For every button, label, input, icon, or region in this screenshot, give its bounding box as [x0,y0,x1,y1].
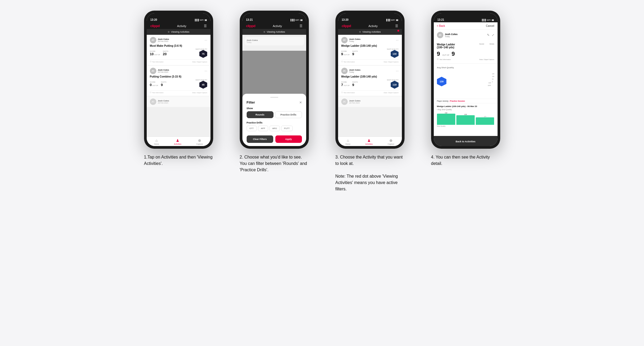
step-4-desc: 4. You can then see the Activity detail. [431,154,500,167]
sq-val-2: 45 [202,83,204,86]
back-btn-4[interactable]: < Back [437,24,445,27]
more-btn-1[interactable]: ··· [204,38,207,42]
menu-icon-3[interactable]: ☰ [395,24,398,28]
detail-bar-2 [456,115,475,125]
avatar-3a: JC [341,37,348,43]
sq-label-2: Shot Quality [196,79,207,81]
card-title-1: Must Make Putting (3-6 ft) [150,44,207,47]
sq-val-3a: 130 [393,53,397,55]
clear-filters-btn[interactable]: Clear Filters [247,135,273,143]
sq-val-1: 75 [202,53,204,55]
more-btn-3b[interactable]: ··· [396,69,398,73]
phone-content-1: JC Josh Coles 28 Feb 2023 ··· Must Make … [147,35,211,136]
detail-header-4: < Back Cancel [434,22,498,30]
sq-label-1: Shot Quality [196,48,207,50]
avatar-partial: JC [150,99,156,105]
user-name-1: Josh Coles [158,38,169,40]
more-btn-3a[interactable]: ··· [396,38,398,42]
capture-icon-1: ⊕ [198,138,201,143]
detail-user-name-4: Josh Coles [445,33,458,36]
edit-icon-4[interactable]: ✎ [487,33,490,37]
chip-app[interactable]: APP [258,126,268,131]
phone-4: 13:21 ▐▐▐ WiFi ▮▮ < Back Cancel [431,11,500,149]
step-3-col: 13:20 ▐▐▐ WiFi ▮▮ clippd Activity ☰ ⚙ [327,11,413,192]
sq-badge-3a: 130 [391,50,399,58]
status-icons-1: ▐▐▐ WiFi ▮▮ [194,19,207,21]
viewing-label-2: Viewing Activities [267,31,285,33]
phone-1-inner: 13:20 ▐▐▐ WiFi ▮▮ clippd Activity ☰ [147,13,211,146]
battery-icon-3: ▮▮ [396,19,398,21]
phone-4-notch [454,13,478,19]
activities-label-3: Activities [365,143,373,145]
phone-3-notch [358,13,382,19]
menu-icon-1[interactable]: ☰ [204,24,207,28]
chart-area-4: 130 130 [437,70,494,86]
more-btn-2[interactable]: ··· [204,69,207,73]
home-icon-3: ⌂ [347,138,349,143]
drill-title-4: Wedge Ladder(100–140 yds) [437,43,455,49]
bottom-nav-1: ⌂ Home ♟ Activities ⊕ Capture [147,136,211,146]
home-label-1: Home [154,143,159,145]
viewing-bar-1[interactable]: ⚙ Viewing Activities [147,29,211,35]
nav-activities-3[interactable]: ♟ Activities [365,138,373,145]
cancel-btn-4[interactable]: Cancel [486,24,494,27]
chip-arg[interactable]: ARG [270,126,280,131]
viewing-bar-3[interactable]: ⚙ Viewing Activities [338,29,402,35]
chip-putt[interactable]: PUTT [281,126,293,131]
avatar-1: JC [150,37,156,43]
nav-home-1[interactable]: ⌂ Home [154,138,159,145]
footer-right-3b: Data: Clippd Capture [384,92,398,93]
nav-capture-3[interactable]: ⊕ Capture [388,138,394,145]
y-label-0: 0 [492,81,494,83]
filter-close-btn[interactable]: ✕ [299,101,302,104]
footer-left-2: ⓘ Test Information [150,91,164,94]
phone-2-notch [262,13,286,19]
footer-left-3a: ⓘ Test Information [341,61,355,63]
practice-label-4: Player Activity › Practice Session [434,99,498,103]
step-1-col: 13:20 ▐▐▐ WiFi ▮▮ clippd Activity ☰ [136,11,221,167]
activity-card-3a[interactable]: JC Josh Coles Today ··· Wedge Ladder (10… [338,35,402,65]
nav-activities-1[interactable]: ♟ Activities [174,138,182,145]
activity-card-3b[interactable]: JC Josh Coles Today ··· Wedge Ladder (10… [338,66,402,96]
nav-capture-1[interactable]: ⊕ Capture [196,138,203,145]
menu-icon-2[interactable]: ☰ [300,24,302,28]
logo-3: clippd [342,24,351,28]
detail-score-num-4: 9 [437,50,440,57]
wifi-icon-2: WiFi [295,19,300,21]
phone-4-inner: 13:21 ▐▐▐ WiFi ▮▮ < Back Cancel [434,13,498,146]
status-time-1: 13:20 [150,18,157,21]
nav-home-3[interactable]: ⌂ Home [346,138,351,145]
viewing-label-1: Viewing Activities [171,31,190,33]
home-label-3: Home [346,143,351,145]
page-container: 13:20 ▐▐▐ WiFi ▮▮ clippd Activity ☰ [136,11,508,192]
status-time-4: 13:21 [437,18,444,21]
rounds-toggle[interactable]: Rounds [247,111,273,118]
filter-title: Filter [247,100,255,104]
home-icon-1: ⌂ [155,138,158,143]
sq-badge-3b: 118 [391,81,399,89]
out-of-text-4: OUT OF [442,54,449,56]
sq-badge-1: 75 [199,50,207,58]
step-2-col: 13:21 ▐▐▐ WiFi ▮▮ clippd Activity ☰ [232,11,317,173]
wifi-icon: WiFi [200,19,204,21]
apply-btn[interactable]: Apply [275,135,302,143]
activity-card-1[interactable]: JC Josh Coles 28 Feb 2023 ··· Must Make … [147,35,211,65]
back-to-activities-4[interactable]: Back to Activities [434,136,498,146]
activity-card-2[interactable]: JC Josh Coles 28 Feb 2023 ··· Putting Co… [147,66,211,96]
chip-ott[interactable]: OTT [247,126,257,131]
y-label-100: 100 [492,76,494,77]
viewing-bar-2[interactable]: ⚙ Viewing Activities [242,29,306,35]
bottom-nav-3: ⌂ Home ♟ Activities ⊕ Capture [338,136,402,146]
card-title-3b: Wedge Ladder (100-140 yds) [341,75,399,78]
detail-bar-chart-4: 132 129 - - - 124 - - - [437,112,494,125]
sq-label-3b: Shot Quality [387,79,399,81]
filter-toggle-row: Rounds Practice Drills [247,111,302,118]
detail-user-date-4: Today [445,36,458,37]
sq-val-3b: 118 [393,83,397,86]
partial-card-3: JC Josh Coles 28 Feb 2023 [338,96,402,107]
footer-right-1: Data: Clippd Capture [192,61,207,63]
footer-left-3b: ⓘ Test Information [341,91,355,94]
practice-drills-toggle[interactable]: Practice Drills [275,111,302,118]
expand-icon-4[interactable]: ⤢ [492,33,494,37]
phone-3-inner: 13:20 ▐▐▐ WiFi ▮▮ clippd Activity ☰ ⚙ [338,13,402,146]
